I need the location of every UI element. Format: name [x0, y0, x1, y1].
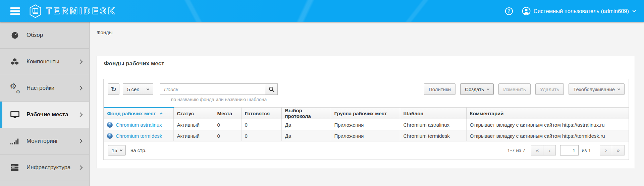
column-header-template[interactable]: Шаблон [400, 108, 466, 119]
chevron-right-icon [78, 86, 83, 90]
cell-template: Chromium termidesk [400, 130, 466, 141]
paginate-prev-icon: ‹ [548, 147, 550, 154]
sidebar-item-settings[interactable]: ⚙ ⚙ Настройки [0, 75, 89, 102]
chevron-right-icon [78, 59, 83, 64]
cell-pool: Chromium astralinux [104, 119, 173, 130]
last-page-button[interactable]: » [612, 145, 625, 156]
pool-link[interactable]: Chromium termidesk [116, 133, 162, 139]
refresh-interval-value: 5 сек [127, 86, 139, 92]
chevron-down-icon [633, 9, 636, 12]
refresh-button[interactable]: ↻ [108, 83, 119, 95]
table-row[interactable]: Chromium astralinux Активный 0 0 Да Прил… [104, 119, 629, 130]
next-page-button[interactable]: › [600, 145, 612, 156]
pools-card: Фонды рабочих мест ↻ 5 сек [97, 56, 635, 168]
sidebar-item-workplaces[interactable]: Рабочие места [0, 102, 89, 128]
column-header-pool[interactable]: Фонд рабочих мест [104, 108, 173, 119]
cell-status: Активный [173, 130, 214, 141]
cell-protocol: Да [281, 130, 331, 141]
table-header-row: Фонд рабочих мест Статус Места Готовятся… [104, 108, 629, 119]
sidebar-item-label: Мониторинг [26, 138, 58, 144]
pool-link[interactable]: Chromium astralinux [116, 122, 162, 128]
brand-name: TERMIDESK [46, 6, 116, 16]
edit-button[interactable]: Изменить [498, 83, 531, 95]
sidebar-item-label: Компоненты [26, 58, 59, 65]
refresh-icon: ↻ [111, 85, 116, 93]
grid-toolbar: ↻ 5 сек [104, 79, 629, 103]
chevron-down-icon [120, 148, 122, 151]
user-avatar-icon [522, 7, 531, 15]
paginate-first-icon: « [536, 147, 539, 154]
cell-protocol: Да [281, 119, 331, 130]
create-button[interactable]: Создать [460, 83, 494, 95]
page-size-value: 15 [112, 147, 117, 153]
chevron-down-icon [618, 87, 620, 90]
column-header-preparing[interactable]: Готовятся [241, 108, 281, 119]
sort-asc-icon [160, 113, 163, 115]
prev-page-button[interactable]: ‹ [543, 145, 556, 156]
chevron-down-icon [147, 87, 149, 90]
top-bar: TERMIDESK ? Системный пользователь (admi… [0, 0, 644, 22]
content-area: Фонды Фонды рабочих мест ↻ 5 сек [90, 22, 644, 186]
sidebar-item-label: Рабочие места [26, 111, 68, 118]
cell-seats: 0 [214, 119, 241, 130]
column-header-protocol[interactable]: Выбор протокола [281, 108, 331, 119]
range-label: 1-7 из 7 [507, 147, 526, 153]
hexagon-monitor-logo-icon [29, 4, 42, 18]
cell-seats: 0 [214, 130, 241, 141]
column-header-comment[interactable]: Комментарий [466, 108, 629, 119]
page-title: Фонды рабочих мест [97, 56, 635, 71]
search-input[interactable] [160, 83, 265, 95]
search-icon [269, 86, 274, 92]
policies-button[interactable]: Политики [424, 83, 455, 95]
total-pages-label: из 1 [582, 147, 591, 153]
chevron-down-icon [487, 87, 489, 90]
help-icon[interactable]: ? [505, 7, 513, 15]
first-page-button[interactable]: « [531, 145, 543, 156]
cubes-icon [10, 58, 19, 66]
chevron-right-icon [78, 112, 83, 117]
sidebar-item-components[interactable]: Компоненты [0, 49, 89, 75]
current-page-input[interactable] [560, 145, 579, 156]
pools-table: Фонд рабочих мест Статус Места Готовятся… [104, 107, 629, 141]
breadcrumb: Фонды [97, 29, 635, 36]
per-page-label: на стр. [130, 147, 147, 153]
sidebar-item-overview[interactable]: Обзор [0, 22, 89, 49]
cell-preparing: 0 [241, 130, 281, 141]
sidebar: Обзор Компоненты ⚙ ⚙ [0, 22, 90, 186]
server-icon [10, 164, 19, 171]
cell-pool: Chromium termidesk [104, 130, 173, 141]
cell-template: Chromium astralinux [400, 119, 466, 130]
cell-preparing: 0 [241, 119, 281, 130]
cell-group: Приложения [331, 130, 400, 141]
user-menu[interactable]: Системный пользователь (admin609) [522, 7, 635, 15]
sidebar-item-label: Настройки [26, 85, 54, 91]
sidebar-item-label: Обзор [26, 32, 43, 39]
cell-group: Приложения [331, 119, 400, 130]
hamburger-menu-icon[interactable] [10, 7, 20, 15]
chromium-icon [107, 122, 113, 128]
chart-bars-icon [10, 138, 19, 144]
gauge-icon [10, 31, 19, 40]
cell-status: Активный [173, 119, 214, 130]
table-row[interactable]: Chromium termidesk Активный 0 0 Да Прило… [104, 130, 629, 141]
sidebar-item-label: Инфраструктура [26, 164, 70, 171]
brand-logo: TERMIDESK [29, 4, 116, 18]
cell-comment: Открывает вкладку с активным сайтом http… [466, 130, 629, 141]
grid-footer: 15 на стр. 1-7 из 7 « ‹ [104, 141, 629, 160]
delete-button[interactable]: Удалить [535, 83, 564, 95]
search-button[interactable] [265, 83, 278, 95]
maintenance-button[interactable]: Техобслуживание [569, 83, 625, 95]
column-header-seats[interactable]: Места [214, 108, 241, 119]
refresh-interval-select[interactable]: 5 сек [123, 83, 153, 95]
page-size-select[interactable]: 15 [108, 145, 126, 156]
search-hint: по названию фонда или названию шаблона [160, 97, 278, 102]
chevron-right-icon [78, 165, 83, 170]
user-name-label: Системный пользователь (admin609) [534, 8, 629, 14]
sidebar-item-monitoring[interactable]: Мониторинг [0, 128, 89, 154]
column-header-status[interactable]: Статус [173, 108, 214, 119]
chromium-icon [107, 133, 113, 139]
sidebar-item-infrastructure[interactable]: Инфраструктура [0, 154, 89, 181]
column-header-group[interactable]: Группа рабочих мест [331, 108, 400, 119]
gears-icon: ⚙ ⚙ [10, 84, 19, 92]
paginate-last-icon: » [616, 147, 620, 154]
